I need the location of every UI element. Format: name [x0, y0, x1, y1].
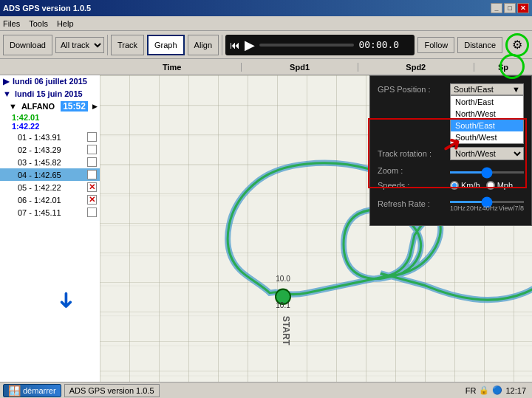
- refresh-rate-row: Refresh Rate : 10Hz 20Hz 40Hz View/7/8: [378, 196, 524, 212]
- status-bar: 🪟 démarrer ADS GPS version 1.0.5 FR 🔒 🔵 …: [0, 382, 532, 398]
- mph-radio-label[interactable]: Mph: [486, 181, 513, 190]
- left-panel-wrapper: ▶ lundi 06 juillet 2015 ▼ lundi 15 juin …: [0, 75, 100, 398]
- gps-position-select-header[interactable]: South/East ▼: [450, 83, 524, 95]
- lap-item-07[interactable]: 07 - 1:45.11: [0, 206, 100, 219]
- gps-selected-value: South/East: [454, 85, 494, 94]
- menu-files[interactable]: Files: [3, 19, 20, 28]
- transport-controls: ⏮ ▶ 00:00.0: [225, 35, 415, 55]
- kmh-radio[interactable]: [450, 181, 459, 190]
- svg-text:10.0: 10.0: [276, 275, 290, 283]
- app-title: ADS GPS version 1.0.5: [3, 4, 91, 13]
- gps-dropdown: North/East North/West South/East South/W…: [450, 95, 524, 144]
- main-area: ▶ lundi 06 juillet 2015 ▼ lundi 15 juin …: [0, 75, 532, 398]
- title-bar: ADS GPS version 1.0.5 _ □ ✕: [0, 0, 532, 16]
- distance-button[interactable]: Distance: [457, 37, 502, 53]
- rate-10hz: 10Hz: [450, 205, 466, 212]
- lap-item-05[interactable]: 05 - 1:42.22 ✕: [0, 181, 100, 193]
- window-controls: _ □ ✕: [491, 3, 529, 13]
- col-spd3-header: Sp: [474, 63, 532, 72]
- col-spd1-header: Spd1: [242, 63, 358, 72]
- column-headers: Time Spd1 Spd2 Sp: [0, 59, 532, 75]
- gps-position-label: GPS Position :: [378, 85, 444, 94]
- lap-checkbox-01[interactable]: [87, 132, 97, 142]
- col-time-header: Time: [100, 63, 242, 72]
- follow-button[interactable]: Follow: [417, 37, 454, 53]
- driver-header[interactable]: ▼ ALFANO 15:52 ▶: [0, 100, 100, 113]
- track-area[interactable]: START 10.0 10.1 GPS Position : South/Eas…: [100, 75, 532, 398]
- zoom-slider-container: [450, 166, 524, 175]
- svg-text:10.1: 10.1: [276, 301, 290, 309]
- gps-option-north-east[interactable]: North/East: [451, 96, 523, 108]
- play-button[interactable]: ▶: [245, 37, 255, 53]
- gps-position-row: GPS Position : South/East ▼ North/East N…: [378, 83, 524, 95]
- track-button[interactable]: Track: [111, 35, 144, 55]
- rate-40hz: 40Hz: [482, 205, 498, 212]
- zoom-label: Zoom :: [378, 166, 444, 175]
- lap-item-03[interactable]: 03 - 1:45.82: [0, 156, 100, 168]
- maximize-button[interactable]: □: [504, 3, 516, 13]
- settings-button[interactable]: ⚙: [505, 33, 529, 57]
- minimize-button[interactable]: _: [491, 3, 502, 13]
- left-panel: ▶ lundi 06 juillet 2015 ▼ lundi 15 juin …: [0, 75, 100, 382]
- mph-label: Mph: [497, 181, 513, 190]
- zoom-row: Zoom :: [378, 166, 524, 175]
- progress-slider[interactable]: [259, 44, 354, 47]
- svg-text:START: START: [281, 316, 291, 346]
- date-header-2[interactable]: ▼ lundi 15 juin 2015: [0, 88, 100, 100]
- graph-button[interactable]: Graph: [147, 35, 185, 55]
- network-icon: 🔒: [479, 385, 489, 395]
- refresh-rate-labels: 10Hz 20Hz 40Hz View/7/8: [450, 205, 524, 212]
- best-time: 1:42.01: [12, 113, 39, 122]
- all-track-select[interactable]: All track: [55, 37, 104, 53]
- blue-arrow: ➜: [54, 291, 80, 309]
- mph-radio[interactable]: [486, 181, 495, 190]
- zoom-slider[interactable]: [450, 171, 524, 174]
- taskbar-app[interactable]: ADS GPS version 1.0.5: [64, 384, 160, 397]
- bluetooth-icon: 🔵: [492, 385, 502, 395]
- lap-checkbox-02[interactable]: [87, 145, 97, 154]
- track-rotation-label: Track rotation :: [378, 149, 444, 158]
- lang-indicator: FR: [466, 386, 477, 395]
- lap-item-06[interactable]: 06 - 1:42.01 ✕: [0, 193, 100, 206]
- lap-checkbox-05[interactable]: ✕: [87, 182, 97, 192]
- lap-checkbox-07[interactable]: [87, 207, 97, 217]
- close-button[interactable]: ✕: [517, 3, 529, 13]
- align-button[interactable]: Align: [188, 35, 219, 55]
- toolbar: Download All track Track Graph Align ⏮ ▶…: [0, 31, 532, 59]
- gps-option-south-east[interactable]: South/East: [451, 120, 523, 131]
- ref-time: 1:42.22: [12, 122, 39, 131]
- time-display: 00:00.0: [358, 39, 410, 50]
- gps-option-north-west[interactable]: North/West: [451, 108, 523, 120]
- clock: 12:17: [505, 386, 526, 395]
- skip-back-button[interactable]: ⏮: [230, 39, 240, 51]
- menu-bar: Files Tools Help: [0, 16, 532, 31]
- start-button[interactable]: 🪟 démarrer: [3, 384, 61, 397]
- kmh-radio-label[interactable]: Km/h: [450, 181, 480, 190]
- download-button[interactable]: Download: [3, 35, 52, 55]
- driver-time: 15:52: [61, 101, 88, 111]
- lap-item-02[interactable]: 02 - 1:43.29: [0, 143, 100, 156]
- kmh-label: Km/h: [461, 181, 480, 190]
- lap-checkbox-04[interactable]: [87, 170, 97, 179]
- lap-checkbox-03[interactable]: [87, 157, 97, 167]
- start-label: démarrer: [23, 386, 56, 395]
- refresh-rate-slider[interactable]: [450, 201, 524, 203]
- speeds-label: Speeds :: [378, 181, 444, 190]
- rate-view: View/7/8: [499, 205, 524, 212]
- col-spd2-header: Spd2: [358, 63, 474, 72]
- speed-unit-group: Km/h Mph: [450, 181, 513, 190]
- menu-help[interactable]: Help: [57, 19, 74, 28]
- rate-20hz: 20Hz: [466, 205, 482, 212]
- lap-item-04[interactable]: 04 - 1:42.65: [0, 168, 100, 181]
- driver-name: ALFANO: [21, 102, 55, 111]
- lap-checkbox-06[interactable]: ✕: [87, 195, 97, 205]
- date-header-1[interactable]: ▶ lundi 06 juillet 2015: [0, 75, 100, 88]
- menu-tools[interactable]: Tools: [29, 19, 48, 28]
- lap-item-01[interactable]: 01 - 1:43.91: [0, 131, 100, 143]
- system-tray: FR 🔒 🔵 12:17: [463, 385, 529, 395]
- refresh-rate-label: Refresh Rate :: [378, 199, 444, 208]
- speeds-row: Speeds : Km/h Mph: [378, 181, 524, 190]
- refresh-rate-container: 10Hz 20Hz 40Hz View/7/8: [450, 196, 524, 212]
- gps-position-select-container[interactable]: South/East ▼ North/East North/West South…: [450, 83, 524, 95]
